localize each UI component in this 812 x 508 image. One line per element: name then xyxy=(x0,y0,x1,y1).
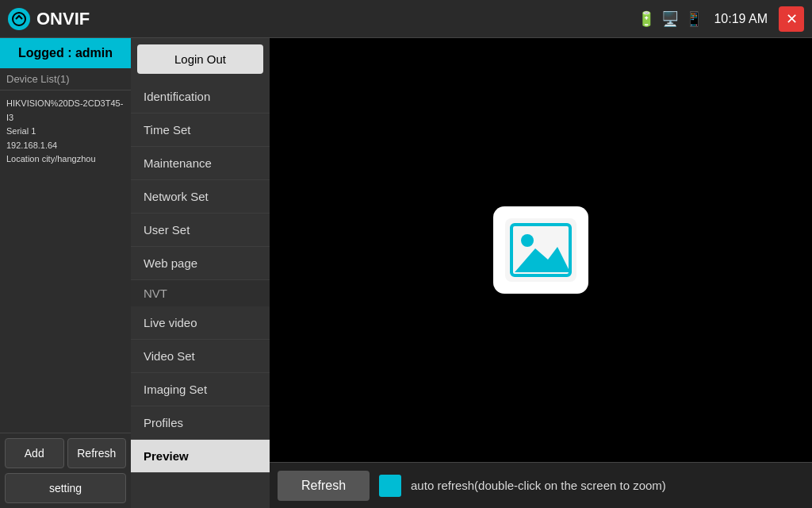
sidebar: Logged : admin Device List(1) HIKVISION%… xyxy=(0,38,131,508)
clock-label: 10:19 AM xyxy=(714,12,768,26)
setting-button[interactable]: setting xyxy=(5,473,126,503)
device-item[interactable]: HIKVISION%20DS-2CD3T45-I3 Serial 1 192.1… xyxy=(0,90,131,433)
menu-item-preview[interactable]: Preview xyxy=(131,440,270,473)
menu-item-maintenance[interactable]: Maintenance xyxy=(131,147,270,180)
menu-item-identification[interactable]: Identification xyxy=(131,80,270,114)
menu-panel: Login Out Identification Time Set Mainte… xyxy=(131,38,270,508)
close-button[interactable]: ✕ xyxy=(779,6,804,32)
svg-point-0 xyxy=(13,13,25,25)
monitor-icon: 🖥️ xyxy=(661,10,679,28)
device-list-header: Device List(1) xyxy=(0,68,131,90)
bottom-bar: Refresh auto refresh(double-click on the… xyxy=(270,462,812,508)
sidebar-buttons: Add Refresh xyxy=(0,433,131,473)
app-title: ONVIF xyxy=(36,9,90,29)
titlebar-right: 🔋 🖥️ 📱 10:19 AM ✕ xyxy=(638,6,804,32)
device-ip: 192.168.1.64 xyxy=(6,139,124,153)
battery-icon: 🔋 xyxy=(638,10,655,28)
device-location: Location city/hangzhou xyxy=(6,152,124,167)
menu-item-video-set[interactable]: Video Set xyxy=(131,340,270,373)
menu-item-profiles[interactable]: Profiles xyxy=(131,406,270,440)
titlebar: ONVIF 🔋 🖥️ 📱 10:19 AM ✕ xyxy=(0,0,812,38)
menu-section-nvt: NVT xyxy=(131,280,270,306)
menu-item-user-set[interactable]: User Set xyxy=(131,214,270,247)
auto-refresh-toggle[interactable] xyxy=(379,475,401,497)
phone-icon: 📱 xyxy=(685,10,703,28)
device-name: HIKVISION%20DS-2CD3T45-I3 xyxy=(6,97,124,125)
svg-point-3 xyxy=(521,234,534,247)
app-logo xyxy=(8,8,30,30)
menu-item-live-video[interactable]: Live video xyxy=(131,306,270,340)
video-placeholder xyxy=(493,206,588,294)
content-area: Refresh auto refresh(double-click on the… xyxy=(270,38,812,508)
titlebar-left: ONVIF xyxy=(8,8,90,30)
menu-item-imaging-set[interactable]: Imaging Set xyxy=(131,373,270,406)
add-button[interactable]: Add xyxy=(5,438,64,468)
device-serial: Serial 1 xyxy=(6,125,124,139)
menu-item-network-set[interactable]: Network Set xyxy=(131,180,270,214)
main-layout: Logged : admin Device List(1) HIKVISION%… xyxy=(0,38,812,508)
menu-item-web-page[interactable]: Web page xyxy=(131,247,270,280)
menu-item-time-set[interactable]: Time Set xyxy=(131,114,270,147)
logged-label: Logged : admin xyxy=(0,38,131,68)
refresh-sidebar-button[interactable]: Refresh xyxy=(67,438,127,468)
auto-refresh-text: auto refresh(double-click on the screen … xyxy=(411,479,666,492)
login-out-button[interactable]: Login Out xyxy=(137,44,263,74)
video-area[interactable] xyxy=(270,38,812,462)
image-placeholder-icon xyxy=(505,218,576,282)
refresh-bottom-button[interactable]: Refresh xyxy=(278,471,370,501)
